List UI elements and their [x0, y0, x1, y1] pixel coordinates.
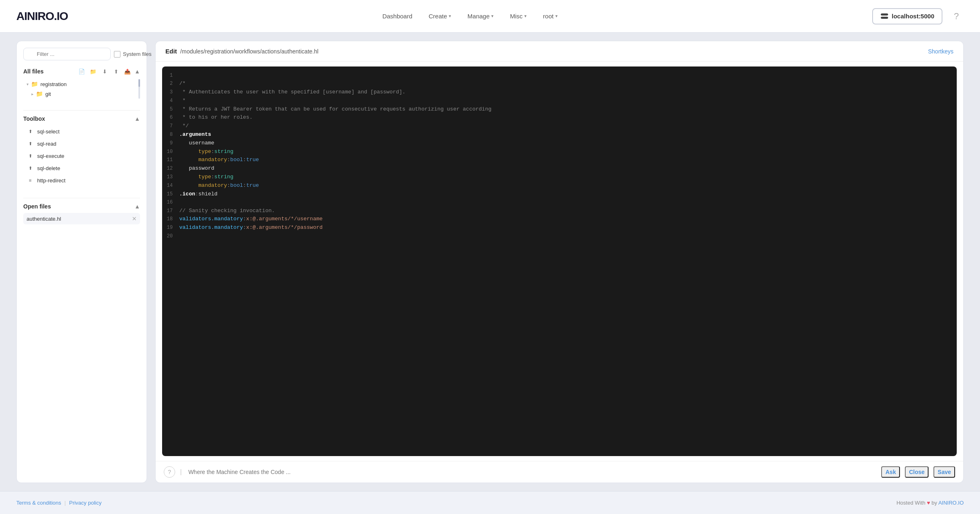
filter-row: 🔍 System files	[23, 48, 140, 60]
toolbox-label: Toolbox	[23, 115, 45, 122]
new-file-button[interactable]: 📄	[77, 67, 86, 76]
nav-manage[interactable]: Manage ▾	[461, 9, 500, 23]
heart-icon: ♥	[927, 500, 931, 506]
server-selector[interactable]: localhost:5000	[872, 8, 942, 24]
file-path: /modules/registration/workflows/actions/…	[180, 48, 318, 55]
ainiro-link[interactable]: AINIRO.IO	[938, 500, 964, 506]
folder-icon: 📁	[31, 81, 38, 87]
navigation: Dashboard Create ▾ Manage ▾ Misc ▾ root …	[84, 9, 855, 23]
shortkeys-button[interactable]: Shortkeys	[928, 48, 953, 55]
divider	[23, 110, 140, 111]
upload-folder-button[interactable]: 📤	[123, 67, 132, 76]
chevron-right-icon: ▸	[31, 92, 33, 96]
ai-help-icon[interactable]: ?	[164, 466, 175, 478]
terms-link[interactable]: Terms & conditions	[16, 500, 61, 506]
file-tree: ▾ 📁 registration ▸ 📁 git	[23, 79, 140, 99]
list-item[interactable]: ▸ 📁 git	[23, 89, 140, 99]
code-line: 19 validators.mandatory:x:@.arguments/*/…	[162, 224, 957, 232]
code-line: 20	[162, 232, 957, 240]
collapse-open-files-button[interactable]: ▲	[134, 203, 140, 210]
all-files-label: All files	[23, 68, 44, 75]
code-line: 12 password	[162, 164, 957, 173]
privacy-link[interactable]: Privacy policy	[69, 500, 101, 506]
code-line: 14 mandatory:bool:true	[162, 182, 957, 190]
list-item[interactable]: ▾ 📁 registration	[23, 79, 140, 89]
download-button[interactable]: ⬇	[100, 67, 109, 76]
nav-misc[interactable]: Misc ▾	[503, 9, 533, 23]
search-input[interactable]	[23, 48, 111, 60]
new-folder-button[interactable]: 📁	[89, 67, 98, 76]
upload-button[interactable]: ⬆	[111, 67, 120, 76]
all-files-section-header: All files 📄 📁 ⬇ ⬆ 📤 ▲	[23, 67, 140, 76]
edit-label: Edit	[165, 48, 177, 55]
ai-input[interactable]	[188, 469, 876, 475]
hosted-text: Hosted With ♥ by AINIRO.IO	[896, 500, 964, 506]
sidebar-scrollbar[interactable]	[138, 79, 140, 99]
header-right: localhost:5000 ?	[872, 8, 964, 24]
code-line: 7 */	[162, 122, 957, 131]
code-line: 3 * Authenticates the user with the spec…	[162, 88, 957, 97]
code-line: 10 type:string	[162, 148, 957, 156]
code-line: 13 type:string	[162, 173, 957, 182]
help-button[interactable]: ?	[949, 9, 964, 24]
save-button[interactable]: Save	[933, 466, 955, 478]
footer-separator: |	[65, 500, 66, 506]
upload-icon: ⬆	[27, 128, 34, 135]
nav-user[interactable]: root ▾	[537, 9, 564, 23]
system-files-checkbox[interactable]	[114, 51, 120, 58]
filter-wrapper: 🔍	[23, 48, 111, 60]
chevron-down-icon: ▾	[524, 13, 527, 19]
open-file-item[interactable]: authenticate.hl ✕	[23, 213, 140, 224]
code-line: 8 .arguments	[162, 131, 957, 139]
toolbox-section: Toolbox ▲ ⬆ sql-select ⬆ sql-read ⬆ sql-…	[23, 115, 140, 186]
nav-dashboard[interactable]: Dashboard	[376, 9, 419, 23]
toolbox-item-sql-execute[interactable]: ⬆ sql-execute	[23, 150, 140, 162]
open-files-label: Open files	[23, 203, 51, 210]
open-files-section: Open files ▲ authenticate.hl ✕	[23, 203, 140, 224]
toolbox-item-http-redirect[interactable]: ≡ http-redirect	[23, 174, 140, 186]
page-footer: Terms & conditions | Privacy policy Host…	[0, 491, 980, 514]
editor-footer: ? | Ask Close Save	[156, 461, 963, 483]
code-line: 1	[162, 71, 957, 80]
file-actions: 📄 📁 ⬇ ⬆ 📤 ▲	[77, 67, 140, 76]
chevron-down-icon: ▾	[449, 13, 451, 19]
code-line: 4 *	[162, 97, 957, 105]
folder-icon: 📁	[36, 91, 43, 97]
sidebar: 🔍 System files All files 📄 📁 ⬇ ⬆ 📤 ▲ ▾	[16, 41, 147, 483]
code-line: 17 // Sanity checking invocation.	[162, 207, 957, 215]
system-files-toggle[interactable]: System files	[114, 51, 151, 58]
chevron-down-icon: ▾	[491, 13, 494, 19]
code-line: 9 username	[162, 139, 957, 148]
nav-create[interactable]: Create ▾	[422, 9, 458, 23]
code-line: 15 .icon:shield	[162, 190, 957, 199]
ask-button[interactable]: Ask	[881, 466, 900, 478]
header: AINIRO.IO Dashboard Create ▾ Manage ▾ Mi…	[0, 0, 980, 33]
code-line: 6 * to his or her roles.	[162, 113, 957, 122]
toolbox-item-sql-delete[interactable]: ⬆ sql-delete	[23, 162, 140, 174]
code-line: 18 validators.mandatory:x:@.arguments/*/…	[162, 215, 957, 224]
upload-icon: ⬆	[27, 140, 34, 147]
footer-links: Terms & conditions | Privacy policy	[16, 500, 102, 506]
code-line: 11 mandatory:bool:true	[162, 156, 957, 164]
toolbox-item-sql-select[interactable]: ⬆ sql-select	[23, 125, 140, 137]
database-icon	[880, 12, 889, 20]
collapse-all-files-button[interactable]: ▲	[134, 68, 140, 75]
logo: AINIRO.IO	[16, 10, 68, 23]
close-button[interactable]: Close	[905, 466, 929, 478]
editor-panel: Edit /modules/registration/workflows/act…	[155, 41, 964, 483]
toolbox-item-sql-read[interactable]: ⬆ sql-read	[23, 137, 140, 150]
collapse-toolbox-button[interactable]: ▲	[134, 115, 140, 122]
open-files-section-header: Open files ▲	[23, 203, 140, 210]
editor-title: Edit /modules/registration/workflows/act…	[165, 48, 318, 55]
redirect-icon: ≡	[27, 177, 34, 184]
code-line: 2 /*	[162, 80, 957, 88]
chevron-down-icon: ▾	[555, 13, 558, 19]
pipe-separator: |	[180, 468, 182, 476]
code-line: 5 * Returns a JWT Bearer token that can …	[162, 105, 957, 114]
divider	[23, 198, 140, 198]
code-editor[interactable]: 1 2 /* 3 * Authenticates the user with t…	[162, 66, 957, 456]
close-file-button[interactable]: ✕	[132, 215, 137, 222]
upload-icon: ⬆	[27, 164, 34, 172]
chevron-down-icon: ▾	[27, 82, 29, 86]
main-content: 🔍 System files All files 📄 📁 ⬇ ⬆ 📤 ▲ ▾	[0, 33, 980, 491]
